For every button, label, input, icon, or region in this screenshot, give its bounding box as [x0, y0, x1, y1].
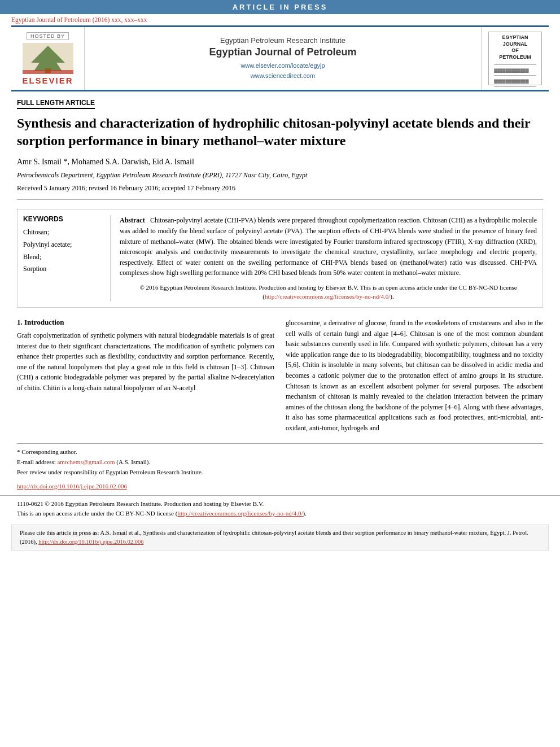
keyword-item: Blend;	[23, 251, 103, 264]
introduction-col-right: glucosamine, a derivative of glucose, fo…	[286, 318, 543, 434]
bottom-line2: This is an open access article under the…	[17, 509, 543, 518]
keywords-list: Chitosan; Polyvinyl acetate; Blend; Sorp…	[23, 226, 103, 275]
main-content: FULL LENGTH ARTICLE Synthesis and charac…	[0, 91, 560, 495]
elsevier-tree-icon	[23, 43, 73, 74]
abstract-keywords-section: KEYWORDS Chitosan; Polyvinyl acetate; Bl…	[17, 209, 543, 308]
journal-logo-box: EGYPTIAN JOURNAL OF PETROLEUM ──────────…	[481, 27, 549, 90]
doi-link[interactable]: http://dx.doi.org/10.1016/j.ejpe.2016.02…	[17, 483, 127, 490]
keywords-box: KEYWORDS Chitosan; Polyvinyl acetate; Bl…	[23, 215, 111, 302]
abstract-text: Abstract Chitosan-polyvinyl acetate (CHI…	[120, 215, 537, 278]
introduction-heading: 1. Introduction	[17, 318, 274, 327]
article-type-label: FULL LENGTH ARTICLE	[17, 99, 95, 109]
bottom-footer: 1110-0621 © 2016 Egyptian Petroleum Rese…	[0, 495, 560, 521]
peer-review-footnote: Peer review under responsibility of Egyp…	[17, 468, 543, 478]
journal-link-bar: Egyptian Journal of Petroleum (2016) xxx…	[0, 14, 560, 25]
keywords-title: KEYWORDS	[23, 215, 103, 223]
authors-line: Amr S. Ismail *, Mohamed S.A. Darwish, E…	[17, 158, 543, 167]
keyword-item: Sorption	[23, 263, 103, 276]
journal-center-info: Egyptian Petroleum Research Institute Eg…	[85, 27, 481, 90]
keyword-item: Chitosan;	[23, 226, 103, 239]
email-footnote: E-mail address: amrchems@gmail.com (A.S.…	[17, 457, 543, 468]
abstract-label: Abstract	[120, 216, 145, 224]
citation-box: Please cite this article in press as: A.…	[11, 525, 549, 551]
article-in-press-banner: ARTICLE IN PRESS	[0, 0, 560, 14]
two-col-body: 1. Introduction Graft copolymerization o…	[17, 318, 543, 434]
journal-links: www.elsevier.com/locate/egyjp www.scienc…	[240, 61, 325, 81]
journal-name-heading: Egyptian Journal of Petroleum	[209, 46, 356, 58]
hosted-by-label: HOSTED BY	[27, 32, 69, 40]
dates-line: Received 5 January 2016; revised 16 Febr…	[17, 184, 543, 200]
logo-lines: ─────────────── ▓▓▓▓▓▓▓▓▓▓▓▓ ───────────…	[494, 62, 536, 90]
logo-title: EGYPTIAN JOURNAL OF PETROLEUM	[499, 34, 531, 61]
col-right: glucosamine, a derivative of glucose, fo…	[286, 318, 543, 434]
citation-doi-link[interactable]: http://dx.doi.org/10.1016/j.ejpe.2016.02…	[38, 539, 143, 545]
abstract-box: Abstract Chitosan-polyvinyl acetate (CHI…	[120, 215, 537, 302]
bottom-line1: 1110-0621 © 2016 Egyptian Petroleum Rese…	[17, 499, 543, 509]
corresponding-footnote: * Corresponding author.	[17, 447, 543, 457]
journal-header: HOSTED BY ELSEVIER Egyptian Petroleum Re…	[11, 25, 549, 91]
footnote-section: * Corresponding author. E-mail address: …	[17, 443, 543, 477]
bottom-link[interactable]: http://creativecommons.org/licenses/by-n…	[177, 510, 303, 517]
article-title: Synthesis and characterization of hydrop…	[17, 115, 543, 150]
journal-logo-inner: EGYPTIAN JOURNAL OF PETROLEUM ──────────…	[488, 32, 542, 85]
email-link[interactable]: amrchems@gmail.com	[57, 458, 115, 465]
elsevier-logo-box: HOSTED BY ELSEVIER	[11, 27, 85, 90]
elsevier-wordmark: ELSEVIER	[22, 76, 73, 85]
affiliation-line: Petrochemicals Department, Egyptian Petr…	[17, 171, 543, 180]
abstract-body: Chitosan-polyvinyl acetate (CHI-PVA) ble…	[120, 216, 537, 277]
copyright-link[interactable]: http://creativecommons.org/licenses/by-n…	[265, 293, 390, 300]
svg-rect-3	[23, 70, 73, 74]
doi-line: http://dx.doi.org/10.1016/j.ejpe.2016.02…	[17, 483, 543, 490]
keyword-item: Polyvinyl acetate;	[23, 239, 103, 251]
col-left: 1. Introduction Graft copolymerization o…	[17, 318, 274, 434]
introduction-col-left: Graft copolymerization of synthetic poly…	[17, 330, 274, 394]
institute-name: Egyptian Petroleum Research Institute	[220, 36, 345, 45]
copyright-line: © 2016 Egyptian Petroleum Research Insti…	[120, 283, 537, 302]
